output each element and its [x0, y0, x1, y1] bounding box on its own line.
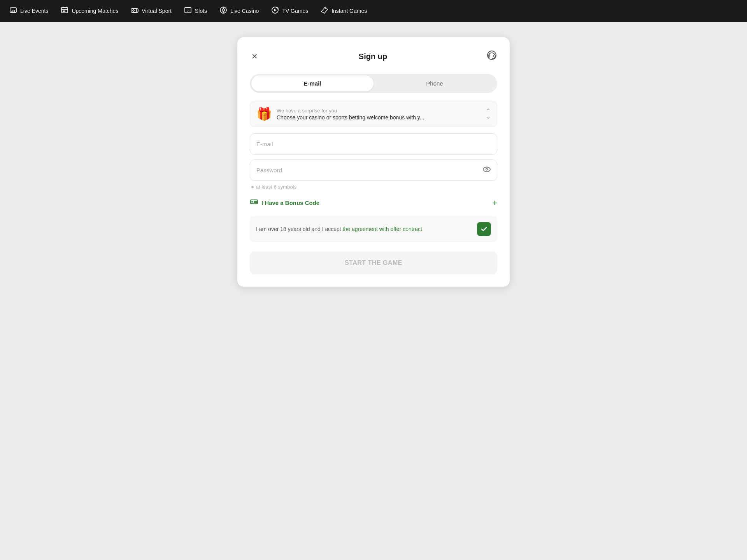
tab-phone[interactable]: Phone	[374, 75, 496, 91]
svg-rect-7	[64, 10, 65, 12]
bonus-banner-title: We have a surprise for you	[277, 108, 481, 114]
support-button[interactable]	[486, 50, 497, 63]
start-game-button[interactable]: START THE GAME	[250, 252, 497, 274]
upcoming-matches-icon	[61, 6, 68, 16]
password-wrapper	[250, 159, 497, 181]
bonus-code-toggle[interactable]: I Have a Bonus Code	[250, 198, 319, 208]
svg-text:2:1: 2:1	[11, 9, 15, 12]
svg-line-20	[324, 7, 326, 8]
nav-label-tv-games: TV Games	[282, 8, 308, 14]
agreement-row: I am over 18 years old and I accept the …	[250, 216, 497, 242]
password-input[interactable]	[250, 159, 497, 181]
bonus-code-label-text: I Have a Bonus Code	[261, 200, 319, 206]
svg-point-26	[486, 169, 487, 170]
nav-label-live-casino: Live Casino	[230, 8, 259, 14]
password-hint: at least 6 symbols	[250, 184, 497, 190]
nav-label-virtual-sport: Virtual Sport	[142, 8, 172, 14]
svg-rect-23	[494, 55, 495, 57]
bonus-code-icon	[250, 198, 258, 208]
bonus-banner-description: Choose your casino or sports betting wel…	[277, 114, 481, 121]
nav-label-slots: Slots	[195, 8, 207, 14]
agreement-text: I am over 18 years old and I accept the …	[256, 225, 422, 233]
agreement-link[interactable]: the agreement with offer contract	[343, 226, 422, 232]
hint-text-label: at least 6 symbols	[256, 184, 296, 190]
top-nav: 2:1 Live Events Upcoming Matches	[0, 0, 747, 22]
live-casino-icon	[219, 6, 227, 16]
svg-point-16	[222, 9, 224, 11]
svg-rect-6	[63, 10, 64, 12]
signup-modal: ✕ Sign up E-mail Phone 🎁 We have a surpr…	[237, 37, 510, 287]
nav-label-live-events: Live Events	[20, 8, 48, 14]
toggle-password-button[interactable]	[482, 165, 491, 175]
slots-icon: 7	[184, 6, 192, 16]
nav-item-tv-games[interactable]: TV Games	[271, 6, 308, 16]
svg-rect-22	[488, 55, 490, 57]
email-input[interactable]	[250, 133, 497, 155]
bonus-text-container: We have a surprise for you Choose your c…	[277, 108, 481, 121]
hint-dot-icon	[251, 186, 254, 188]
bonus-banner-icon: 🎁	[256, 107, 272, 121]
agreement-text-before: I am over 18 years old and I accept	[256, 226, 343, 232]
nav-item-instant-games[interactable]: Instant Games	[321, 6, 367, 16]
svg-point-9	[133, 10, 134, 11]
tab-email[interactable]: E-mail	[251, 75, 374, 91]
nav-label-upcoming-matches: Upcoming Matches	[72, 8, 118, 14]
bonus-code-row: I Have a Bonus Code +	[250, 196, 497, 210]
close-button[interactable]: ✕	[250, 51, 260, 62]
nav-item-live-casino[interactable]: Live Casino	[219, 6, 259, 16]
svg-point-28	[251, 201, 253, 203]
main-content: ✕ Sign up E-mail Phone 🎁 We have a surpr…	[0, 22, 747, 560]
bonus-code-add-button[interactable]: +	[492, 199, 497, 207]
svg-text:7: 7	[187, 9, 189, 12]
virtual-sport-icon	[131, 6, 139, 16]
signup-tabs: E-mail Phone	[250, 74, 497, 93]
bonus-banner[interactable]: 🎁 We have a surprise for you Choose your…	[250, 101, 497, 127]
nav-item-slots[interactable]: 7 Slots	[184, 6, 207, 16]
modal-title: Sign up	[359, 52, 387, 61]
agreement-checkbox[interactable]	[477, 222, 491, 236]
bonus-chevron-icon: ⌃ ⌄	[486, 108, 491, 120]
live-events-icon: 2:1	[9, 6, 17, 16]
modal-header: ✕ Sign up	[250, 50, 497, 63]
nav-item-live-events[interactable]: 2:1 Live Events	[9, 6, 48, 16]
nav-item-virtual-sport[interactable]: Virtual Sport	[131, 6, 172, 16]
svg-rect-2	[61, 7, 68, 13]
tv-games-icon	[271, 6, 279, 16]
nav-label-instant-games: Instant Games	[331, 8, 367, 14]
instant-games-icon	[321, 6, 328, 16]
nav-item-upcoming-matches[interactable]: Upcoming Matches	[61, 6, 118, 16]
